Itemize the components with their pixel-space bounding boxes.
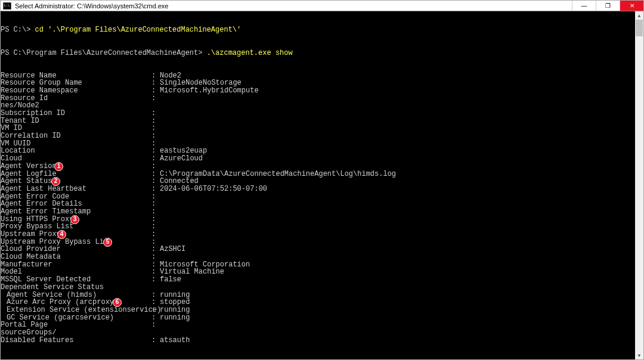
annotation-badge: 4 [57, 230, 66, 239]
close-button[interactable]: ✕ [620, 1, 643, 11]
output-row: Agent Error Details: [1, 200, 635, 208]
terminal-content: PS C:\> cd '.\Program Files\AzureConnect… [1, 11, 635, 359]
prompt-line: PS C:\> cd '.\Program Files\AzureConnect… [1, 26, 635, 34]
annotation-badge: 3 [70, 215, 79, 224]
colon: : [151, 337, 156, 345]
colon: : [151, 185, 156, 193]
output-row: sourceGroups/ [1, 329, 635, 337]
output-row: Manufacturer:Microsoft Corporation [1, 261, 635, 269]
colon: : [151, 321, 156, 329]
output-row: Agent Last Heartbeat:2024-06-06T07:52:50… [1, 185, 635, 193]
scrollbar-down-arrow[interactable]: ▼ [635, 351, 643, 359]
colon: : [151, 95, 156, 103]
colon: : [151, 132, 156, 140]
output-row: VM UUID: [1, 140, 635, 148]
titlebar[interactable]: C:\ Select Administrator: C:\Windows\sys… [1, 1, 643, 11]
output-row: Agent Error Code: [1, 193, 635, 201]
colon: : [151, 155, 156, 163]
cmd-icon: C:\ [2, 1, 13, 11]
scrollbar-up-arrow[interactable]: ▲ [635, 11, 643, 20]
colon: : [151, 231, 156, 238]
vertical-scrollbar[interactable]: ▲ ▼ [635, 11, 643, 359]
output-row: Proxy Bypass List: [1, 223, 635, 231]
svg-text:C:\: C:\ [4, 3, 10, 7]
output-row: Using HTTPS Proxy:3 [1, 216, 635, 224]
colon: : [151, 163, 156, 170]
output-row: GC Service (gcarcservice):running [1, 314, 635, 322]
colon: : [151, 276, 156, 284]
output-row: Subscription ID: [1, 110, 635, 117]
output-row: Disabled Features:atsauth [1, 337, 635, 345]
output-row: Agent Status:Connected2 [1, 178, 635, 185]
colon: : [151, 87, 156, 95]
annotation-badge: 1 [54, 162, 63, 171]
row-value: Microsoft.HybridCompute [160, 87, 259, 95]
output-row: Portal Page: [1, 321, 635, 329]
maximize-button[interactable]: ❐ [596, 1, 620, 11]
output-row: Cloud Provider:AzSHCI [1, 246, 635, 253]
output-row: Azure Arc Proxy (arcproxy):stopped6 [1, 299, 635, 306]
row-label: Extension Service (extensionservice) [1, 306, 161, 314]
row-value: running [160, 306, 190, 314]
row-value: AzSHCI [160, 246, 185, 253]
window-title: Select Administrator: C:\Windows\system3… [15, 2, 168, 10]
row-value: false [160, 276, 181, 284]
prompt-line: PS C:\Program Files\AzureConnectedMachin… [1, 49, 635, 57]
scrollbar-thumb[interactable] [636, 20, 643, 36]
output-row: Model:Virtual Machine [1, 268, 635, 276]
row-value: atsauth [160, 337, 190, 345]
row-value: running [160, 314, 190, 322]
colon: : [151, 306, 156, 314]
row-value: 2024-06-06T07:52:50-07:00 [160, 185, 267, 193]
colon: : [151, 110, 156, 117]
output-row: Cloud Metadata: [1, 253, 635, 261]
output-row: Upstream Proxy Bypass List:5 [1, 238, 635, 246]
output-row: Cloud:AzureCloud [1, 155, 635, 163]
output-row: Agent Logfile:C:\ProgramData\AzureConnec… [1, 170, 635, 178]
colon: : [151, 253, 156, 261]
output-row: Resource Id: [1, 95, 635, 103]
cmd-window: C:\ Select Administrator: C:\Windows\sys… [0, 0, 644, 360]
terminal[interactable]: PS C:\> cd '.\Program Files\AzureConnect… [1, 11, 643, 359]
output-row: Resource Group Name:SingleNodeNoStorage [1, 79, 635, 87]
output-row: Resource Namespace:Microsoft.HybridCompu… [1, 87, 635, 95]
output-row: Correlation ID: [1, 132, 635, 140]
output-row: Dependent Service Status [1, 284, 635, 291]
output-row: nes/Node2 [1, 102, 635, 110]
minimize-button[interactable]: — [572, 1, 596, 11]
output-row: Tenant ID: [1, 117, 635, 125]
row-value: AzureCloud [160, 155, 203, 163]
output-row: Extension Service (extensionservice):run… [1, 306, 635, 314]
output-row: Resource Name:Node2 [1, 72, 635, 80]
output-row: Location:eastus2euap [1, 147, 635, 155]
output-row: VM ID: [1, 125, 635, 132]
annotation-badge: 5 [103, 238, 112, 247]
colon: : [151, 208, 156, 216]
row-label: Disabled Features [1, 336, 73, 345]
output-row: Agent Version:1 [1, 163, 635, 170]
window-controls: — ❐ ✕ [572, 1, 643, 11]
output-row: Agent Error Timestamp: [1, 208, 635, 216]
row-label: Dependent Service Status [1, 283, 104, 291]
